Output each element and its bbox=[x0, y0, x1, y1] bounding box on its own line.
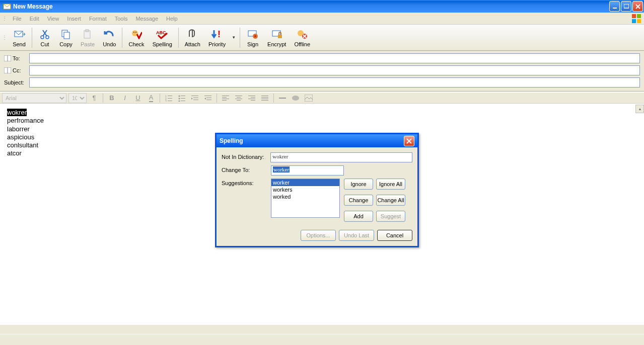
subject-input[interactable] bbox=[29, 77, 640, 88]
svg-rect-46 bbox=[222, 96, 229, 96]
link-button[interactable] bbox=[290, 93, 301, 104]
cc-input[interactable] bbox=[29, 65, 640, 75]
menu-insert[interactable]: Insert bbox=[63, 14, 85, 23]
separator bbox=[273, 94, 274, 103]
not-in-dictionary-label: Not In Dictionary: bbox=[222, 152, 270, 160]
svg-rect-23 bbox=[278, 35, 282, 38]
offline-button[interactable]: Offline bbox=[290, 26, 314, 50]
align-center-button[interactable] bbox=[233, 93, 244, 104]
options-button[interactable]: Options... bbox=[301, 230, 336, 241]
toolbar-label: Encrypt bbox=[267, 41, 286, 47]
toolbar-label: Attach bbox=[185, 41, 200, 47]
suggestion-item[interactable]: workers bbox=[271, 186, 339, 193]
toolbar: ⋮ Send Cut Copy Paste Undo Check ABC Spe… bbox=[0, 25, 644, 51]
indent-button[interactable] bbox=[202, 93, 213, 104]
cancel-button[interactable]: Cancel bbox=[377, 230, 412, 241]
align-justify-button[interactable] bbox=[259, 93, 270, 104]
suggestion-item[interactable]: worker bbox=[271, 179, 339, 186]
statusbar bbox=[0, 334, 644, 345]
change-all-button[interactable]: Change All bbox=[376, 195, 405, 206]
add-button[interactable]: Add bbox=[344, 211, 373, 222]
svg-rect-5 bbox=[632, 19, 636, 23]
svg-rect-4 bbox=[637, 14, 641, 18]
app-icon bbox=[3, 3, 11, 11]
check-icon bbox=[130, 28, 142, 40]
toolbar-label: Copy bbox=[59, 41, 73, 47]
paragraph-style-button[interactable]: ¶ bbox=[89, 93, 100, 104]
underline-button[interactable]: U bbox=[132, 93, 144, 104]
undo-button[interactable]: Undo bbox=[99, 26, 120, 50]
to-input[interactable] bbox=[29, 53, 640, 63]
maximize-button[interactable] bbox=[621, 1, 631, 12]
toolbar-label: Undo bbox=[103, 41, 116, 47]
outdent-button[interactable] bbox=[189, 93, 200, 104]
to-label[interactable]: To: bbox=[4, 55, 29, 61]
toolbar-label: Check bbox=[128, 41, 144, 47]
close-button[interactable] bbox=[632, 1, 643, 12]
toolbar-label: Priority bbox=[208, 41, 226, 47]
svg-rect-57 bbox=[251, 100, 255, 101]
encrypt-button[interactable]: Encrypt bbox=[263, 26, 290, 50]
svg-rect-45 bbox=[206, 100, 211, 100]
body-line: perfromance bbox=[7, 117, 637, 125]
italic-button[interactable]: I bbox=[119, 93, 130, 104]
menu-view[interactable]: View bbox=[43, 14, 63, 23]
svg-rect-40 bbox=[191, 96, 198, 96]
cc-label[interactable]: Cc: bbox=[4, 67, 29, 73]
copy-button[interactable]: Copy bbox=[55, 26, 77, 50]
dropdown-arrow-icon[interactable]: ▼ bbox=[230, 35, 238, 40]
suggestions-list[interactable]: worker workers worked bbox=[271, 179, 340, 218]
size-select[interactable]: 10 bbox=[68, 93, 87, 103]
change-button[interactable]: Change bbox=[344, 195, 373, 206]
attach-button[interactable]: Attach bbox=[181, 26, 204, 50]
ignore-all-button[interactable]: Ignore All bbox=[376, 179, 405, 190]
menu-edit[interactable]: Edit bbox=[26, 14, 43, 23]
toolbar-label: Sign bbox=[247, 41, 258, 47]
undo-icon bbox=[103, 28, 115, 40]
bold-button[interactable]: B bbox=[106, 93, 117, 104]
numbered-list-button[interactable]: 123 bbox=[163, 93, 174, 104]
svg-point-36 bbox=[179, 98, 180, 99]
hr-button[interactable] bbox=[277, 93, 288, 104]
send-button[interactable]: Send bbox=[9, 26, 30, 50]
font-color-button[interactable]: A bbox=[146, 93, 157, 104]
minimize-button[interactable] bbox=[609, 1, 620, 12]
dialog-close-button[interactable] bbox=[404, 136, 414, 146]
paste-button[interactable]: Paste bbox=[77, 26, 99, 50]
ignore-button[interactable]: Ignore bbox=[344, 179, 373, 190]
font-select[interactable]: Arial bbox=[2, 93, 66, 103]
svg-rect-35 bbox=[181, 96, 185, 96]
separator bbox=[32, 28, 32, 48]
menu-message[interactable]: Message bbox=[131, 14, 162, 23]
menu-file[interactable]: File bbox=[9, 14, 26, 23]
svg-rect-54 bbox=[248, 96, 255, 96]
svg-point-15 bbox=[133, 32, 134, 33]
toolbar-label: Spelling bbox=[153, 41, 172, 47]
priority-button[interactable]: ! Priority bbox=[204, 26, 230, 50]
check-button[interactable]: Check bbox=[124, 26, 148, 50]
picture-button[interactable] bbox=[303, 93, 314, 104]
suggest-button[interactable]: Suggest bbox=[376, 211, 405, 222]
offline-icon bbox=[296, 28, 308, 40]
dialog-titlebar[interactable]: Spelling bbox=[217, 134, 417, 147]
undo-last-button[interactable]: Undo Last bbox=[339, 230, 374, 241]
not-in-dictionary-field: wokrer bbox=[270, 152, 412, 162]
menu-help[interactable]: Help bbox=[162, 14, 182, 23]
align-left-button[interactable] bbox=[220, 93, 231, 104]
format-bar: Arial 10 ¶ B I U A 123 bbox=[0, 92, 644, 104]
sign-button[interactable]: Sign bbox=[242, 26, 263, 50]
cut-button[interactable]: Cut bbox=[34, 26, 55, 50]
bullet-list-button[interactable] bbox=[176, 93, 187, 104]
separator bbox=[160, 94, 160, 103]
change-to-input[interactable]: worker bbox=[271, 165, 344, 176]
suggestion-item[interactable]: worked bbox=[271, 193, 339, 200]
sign-icon bbox=[247, 28, 259, 40]
menu-tools[interactable]: Tools bbox=[111, 14, 132, 23]
align-right-button[interactable] bbox=[246, 93, 257, 104]
scroll-up-button[interactable]: ▴ bbox=[635, 105, 644, 113]
spelling-button[interactable]: ABC Spelling bbox=[149, 26, 176, 50]
menu-format[interactable]: Format bbox=[85, 14, 111, 23]
separator bbox=[217, 94, 217, 103]
svg-rect-6 bbox=[637, 19, 641, 23]
svg-rect-41 bbox=[193, 98, 198, 98]
